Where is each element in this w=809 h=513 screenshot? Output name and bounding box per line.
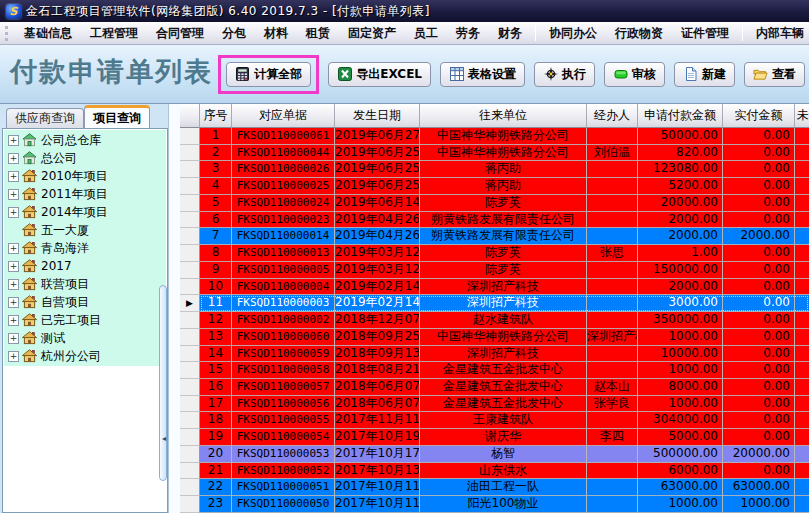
column-header-6[interactable]: 申请付款金额 <box>638 104 723 128</box>
row-selector[interactable]: ▶ <box>180 295 200 312</box>
column-header-7[interactable]: 实付金额 <box>723 104 795 128</box>
cell-paid-amount[interactable]: 0.00 <box>723 212 795 229</box>
cell-handler[interactable] <box>587 346 638 363</box>
cell-handler[interactable] <box>587 479 638 496</box>
row-selector[interactable] <box>180 496 200 513</box>
cell-date[interactable]: 2017年10月13日 <box>335 463 420 480</box>
cell-paid-amount[interactable]: 0.00 <box>723 429 795 446</box>
row-selector[interactable] <box>180 145 200 162</box>
cell-apply-amount[interactable]: 2000.00 <box>638 228 723 245</box>
cell-doc-number[interactable]: FKSQD110000003 <box>232 295 335 312</box>
cell-unpaid-clipped[interactable] <box>795 195 809 212</box>
cell-doc-number[interactable]: FKSQD110000052 <box>232 463 335 480</box>
calc-all-button[interactable]: 计算全部 <box>226 62 311 87</box>
cell-paid-amount[interactable]: 0.00 <box>723 312 795 329</box>
column-header-5[interactable]: 经办人 <box>587 104 638 128</box>
cell-paid-amount[interactable]: 2000.00 <box>723 228 795 245</box>
row-selector[interactable] <box>180 195 200 212</box>
cell-paid-amount[interactable]: 0.00 <box>723 396 795 413</box>
cell-paid-amount[interactable]: 0.00 <box>723 295 795 312</box>
cell-doc-number[interactable]: FKSQD110000053 <box>232 446 335 463</box>
expand-icon[interactable]: + <box>8 333 19 344</box>
cell-date[interactable]: 2019年03月12日 <box>335 262 420 279</box>
view-button[interactable]: 查看 <box>744 62 805 87</box>
cell-apply-amount[interactable]: 20000.00 <box>638 195 723 212</box>
cell-paid-amount[interactable]: 0.00 <box>723 161 795 178</box>
row-selector[interactable] <box>180 412 200 429</box>
tree-item-3[interactable]: +2011年项目 <box>4 185 166 203</box>
cell-doc-number[interactable]: FKSQD110000026 <box>232 161 335 178</box>
expand-icon[interactable]: + <box>8 315 19 326</box>
cell-date[interactable]: 2018年09月13日 <box>335 346 420 363</box>
cell-date[interactable]: 2019年02月14日 <box>335 295 420 312</box>
cell-doc-number[interactable]: FKSQD110000058 <box>232 362 335 379</box>
cell-paid-amount[interactable]: 0.00 <box>723 195 795 212</box>
tree-item-5[interactable]: +五一大厦 <box>4 221 166 239</box>
cell-date[interactable]: 2017年10月11日 <box>335 479 420 496</box>
cell-unpaid-clipped[interactable] <box>795 245 809 262</box>
row-selector[interactable] <box>180 279 200 296</box>
cell-handler[interactable] <box>587 262 638 279</box>
cell-apply-amount[interactable]: 3000.00 <box>638 295 723 312</box>
menu-item-10[interactable]: 协同办公 <box>540 22 606 45</box>
cell-unpaid-clipped[interactable] <box>795 429 809 446</box>
expand-icon[interactable]: + <box>8 207 19 218</box>
menu-item-8[interactable]: 劳务 <box>447 22 489 45</box>
cell-doc-number[interactable]: FKSQD110000023 <box>232 212 335 229</box>
table-row-20[interactable]: 20FKSQD1100000532017年10月17日杨智500000.0020… <box>180 446 809 463</box>
cell-seq[interactable]: 22 <box>200 479 232 496</box>
table-row-11[interactable]: ▶11FKSQD1100000032019年02月14日深圳招产科技3000.0… <box>180 295 809 312</box>
cell-unpaid-clipped[interactable] <box>795 212 809 229</box>
cell-handler[interactable] <box>587 161 638 178</box>
cell-counterparty[interactable]: 深圳招产科技 <box>420 295 587 312</box>
cell-doc-number[interactable]: FKSQD110000002 <box>232 312 335 329</box>
cell-counterparty[interactable]: 陈罗英 <box>420 195 587 212</box>
cell-handler[interactable] <box>587 446 638 463</box>
table-row-19[interactable]: 19FKSQD1100000542017年10月19日谢庆华李四5000.000… <box>180 429 809 446</box>
cell-date[interactable]: 2019年06月14日 <box>335 195 420 212</box>
cell-unpaid-clipped[interactable] <box>795 496 809 513</box>
cell-counterparty[interactable]: 金星建筑五金批发中心 <box>420 396 587 413</box>
cell-seq[interactable]: 15 <box>200 362 232 379</box>
row-selector[interactable] <box>180 178 200 195</box>
expand-icon[interactable]: + <box>8 189 19 200</box>
table-row-1[interactable]: 1FKSQD1100000612019年06月27日中国神华神朔铁路分公司500… <box>180 128 809 145</box>
expand-icon[interactable]: + <box>8 261 19 272</box>
cell-paid-amount[interactable]: 0.00 <box>723 128 795 145</box>
cell-date[interactable]: 2017年10月17日 <box>335 446 420 463</box>
cell-unpaid-clipped[interactable] <box>795 346 809 363</box>
cell-apply-amount[interactable]: 2000.00 <box>638 212 723 229</box>
cell-apply-amount[interactable]: 8000.00 <box>638 379 723 396</box>
cell-doc-number[interactable]: FKSQD110000057 <box>232 379 335 396</box>
cell-handler[interactable] <box>587 412 638 429</box>
tree-item-2[interactable]: +2010年项目 <box>4 167 166 185</box>
cell-apply-amount[interactable]: 1000.00 <box>638 396 723 413</box>
cell-apply-amount[interactable]: 1000.00 <box>638 362 723 379</box>
cell-apply-amount[interactable]: 1000.00 <box>638 496 723 513</box>
cell-unpaid-clipped[interactable] <box>795 379 809 396</box>
cell-seq[interactable]: 18 <box>200 412 232 429</box>
table-row-14[interactable]: 14FKSQD1100000592018年09月13日深圳招产科技10000.0… <box>180 346 809 363</box>
table-row-16[interactable]: 16FKSQD1100000572018年06月07日金星建筑五金批发中心赵本山… <box>180 379 809 396</box>
cell-doc-number[interactable]: FKSQD110000024 <box>232 195 335 212</box>
tree-item-10[interactable]: +已完工项目 <box>4 311 166 329</box>
cell-counterparty[interactable]: 蒋丙助 <box>420 161 587 178</box>
row-selector[interactable] <box>180 312 200 329</box>
cell-date[interactable]: 2019年06月25日 <box>335 161 420 178</box>
cell-date[interactable]: 2019年02月14日 <box>335 279 420 296</box>
tab-project-query[interactable]: 项目查询 <box>84 105 150 128</box>
cell-date[interactable]: 2019年06月27日 <box>335 128 420 145</box>
cell-seq[interactable]: 1 <box>200 128 232 145</box>
row-selector[interactable] <box>180 161 200 178</box>
cell-handler[interactable]: 张学良 <box>587 396 638 413</box>
row-selector[interactable] <box>180 479 200 496</box>
cell-handler[interactable] <box>587 312 638 329</box>
cell-unpaid-clipped[interactable] <box>795 262 809 279</box>
sidebar-splitter[interactable]: ◂ <box>159 285 167 481</box>
table-row-4[interactable]: 4FKSQD1100000252019年06月25日蒋丙助5200.000.00 <box>180 178 809 195</box>
menu-item-3[interactable]: 分包 <box>213 22 255 45</box>
cell-handler[interactable] <box>587 178 638 195</box>
expand-icon[interactable]: + <box>8 171 19 182</box>
table-row-22[interactable]: 22FKSQD1100000512017年10月11日油田工程一队63000.0… <box>180 479 809 496</box>
row-selector[interactable] <box>180 362 200 379</box>
